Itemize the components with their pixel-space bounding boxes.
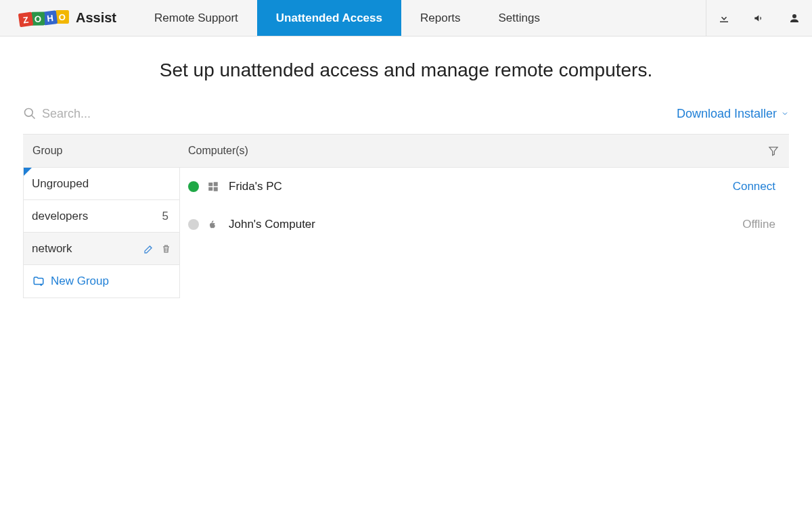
search-icon — [23, 107, 37, 120]
download-icon[interactable] — [706, 0, 742, 36]
brand-product-name: Assist — [76, 10, 116, 26]
chevron-down-icon — [781, 110, 789, 118]
toolbar: Download Installer — [0, 99, 812, 128]
connect-button[interactable]: Connect — [733, 180, 789, 193]
nav-unattended-access[interactable]: Unattended Access — [257, 0, 401, 36]
trash-icon[interactable] — [161, 243, 171, 254]
column-header-computers: Computer(s) — [179, 145, 758, 157]
status-indicator-offline — [188, 219, 199, 230]
svg-marker-2 — [769, 147, 777, 156]
new-group-label: New Group — [51, 275, 109, 288]
group-count: 5 — [162, 210, 171, 223]
download-installer-link[interactable]: Download Installer — [677, 107, 789, 121]
folder-plus-icon — [32, 275, 45, 287]
computer-name: Frida's PC — [229, 180, 725, 193]
computer-row[interactable]: Frida's PC Connect — [188, 168, 789, 206]
svg-point-0 — [25, 109, 33, 117]
apple-icon — [207, 218, 221, 231]
computer-row[interactable]: John's Computer Offline — [188, 206, 789, 243]
svg-line-1 — [32, 116, 35, 119]
table-header: Group Computer(s) — [23, 134, 789, 168]
nav-remote-support[interactable]: Remote Support — [135, 0, 257, 36]
filter-icon[interactable] — [758, 145, 789, 156]
announcement-icon[interactable] — [742, 0, 777, 36]
search-input[interactable] — [42, 107, 177, 121]
group-name: Ungrouped — [32, 177, 89, 191]
group-item-developers[interactable]: developers 5 — [24, 200, 179, 233]
svg-rect-9 — [208, 187, 212, 191]
group-item-ungrouped[interactable]: Ungrouped — [24, 168, 179, 200]
brand-logo[interactable]: Z O H O Assist — [0, 0, 135, 36]
top-nav: Z O H O Assist Remote Support Unattended… — [0, 0, 812, 37]
nav-reports[interactable]: Reports — [401, 0, 480, 36]
svg-rect-10 — [214, 187, 218, 191]
group-name: network — [32, 242, 72, 256]
offline-status: Offline — [742, 218, 789, 231]
page-title: Set up unattended access and manage remo… — [0, 37, 812, 99]
column-header-group: Group — [23, 145, 179, 157]
zoho-logo-icon: Z O H O — [18, 9, 69, 26]
primary-nav: Remote Support Unattended Access Reports… — [135, 0, 559, 36]
group-item-network[interactable]: network — [24, 233, 179, 265]
computer-list: Frida's PC Connect John's Computer Offli… — [180, 168, 789, 298]
download-installer-label: Download Installer — [677, 107, 777, 121]
group-sidebar: Ungrouped developers 5 network New Group — [23, 168, 180, 298]
topbar-utility — [706, 0, 812, 36]
group-name: developers — [32, 210, 88, 223]
svg-rect-7 — [208, 183, 212, 186]
edit-icon[interactable] — [143, 243, 154, 254]
computer-name: John's Computer — [229, 218, 734, 231]
user-icon[interactable] — [777, 0, 812, 36]
status-indicator-online — [188, 181, 199, 192]
svg-rect-8 — [214, 182, 218, 186]
windows-icon — [207, 181, 221, 193]
nav-settings[interactable]: Settings — [480, 0, 559, 36]
new-group-button[interactable]: New Group — [24, 265, 179, 298]
